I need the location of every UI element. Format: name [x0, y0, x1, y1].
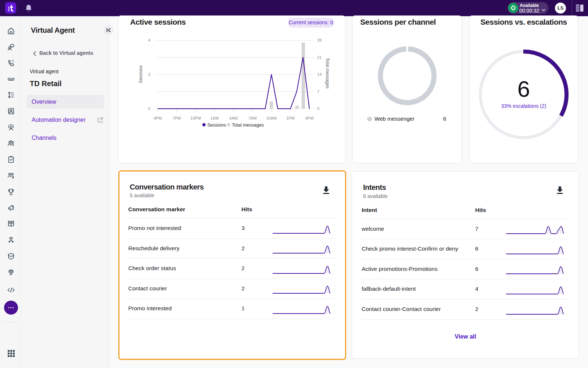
svg-text:0: 0: [148, 106, 150, 111]
svg-text:21: 21: [317, 55, 322, 60]
svg-text:Total messages: Total messages: [325, 58, 330, 88]
svg-text:7: 7: [317, 89, 319, 94]
svg-text:1PM: 1PM: [286, 116, 295, 120]
svg-text:Sessions: Sessions: [138, 66, 143, 84]
svg-text:4AM: 4AM: [229, 116, 238, 120]
svg-text:10PM: 10PM: [190, 116, 201, 120]
svg-text:7AM: 7AM: [248, 116, 257, 120]
svg-text:28: 28: [317, 38, 322, 42]
svg-text:14: 14: [317, 72, 322, 77]
svg-text:7PM: 7PM: [172, 116, 181, 120]
svg-text:1AM: 1AM: [210, 116, 219, 120]
svg-text:4PM: 4PM: [154, 116, 162, 120]
svg-text:10AM: 10AM: [266, 116, 277, 120]
svg-text:Total messages: Total messages: [232, 123, 264, 128]
svg-text:4: 4: [148, 38, 150, 42]
svg-text:4PM: 4PM: [305, 116, 313, 120]
svg-text:2: 2: [148, 72, 150, 77]
svg-text:Sessions: Sessions: [207, 123, 226, 128]
svg-text:0: 0: [317, 106, 319, 111]
